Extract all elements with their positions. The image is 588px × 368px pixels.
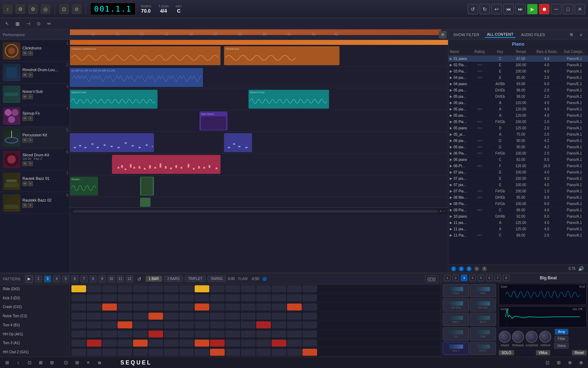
pat-num-5[interactable]: 5 bbox=[62, 275, 69, 282]
browser-row-1[interactable]: 02 Piano LP 100 E... ××× E 100.00 4.0 Pi… bbox=[448, 62, 588, 68]
step-1-0[interactable] bbox=[71, 294, 86, 301]
step-7-0[interactable] bbox=[71, 349, 86, 356]
browser-row-2[interactable]: 03 Piano LP 100 E... ××× E 100.00 4.0 Pi… bbox=[448, 68, 588, 75]
browser-row-14[interactable]: 06 piano 02 ××× G 90.00 4.2 Piano/A.1 bbox=[448, 144, 588, 150]
step-7-14[interactable] bbox=[287, 349, 302, 356]
dot-3[interactable]: 3 bbox=[467, 266, 471, 271]
br-num-6[interactable]: 6 bbox=[486, 275, 492, 281]
env-voice-btn[interactable]: Voice bbox=[554, 343, 569, 349]
track-item-rimshot[interactable]: Rimshot Drum-Lou... M S 2 bbox=[0, 62, 70, 83]
step-3-14[interactable] bbox=[287, 313, 302, 320]
clip-clickdrums-2[interactable]: Clickdrums bbox=[224, 46, 340, 65]
step-1-2[interactable] bbox=[102, 294, 117, 301]
step-5-0[interactable] bbox=[71, 330, 86, 338]
browser-row-16[interactable]: 06 piano C 82.00 8.0 Piano/A.1 bbox=[448, 157, 588, 163]
step-4-15[interactable] bbox=[302, 321, 317, 328]
step-6-13[interactable] bbox=[272, 340, 286, 347]
step-7-6[interactable] bbox=[164, 349, 178, 356]
pat-triplet[interactable]: TRIPLET bbox=[185, 276, 205, 282]
maximize-btn[interactable]: □ bbox=[563, 4, 573, 14]
track-solo-6[interactable]: S bbox=[28, 161, 33, 166]
pat-num-6[interactable]: 6 bbox=[71, 275, 78, 282]
browser-row-26[interactable]: 11 piano 01 A 125.00 4.0 Piano/A.1 bbox=[448, 220, 588, 226]
step-5-6[interactable] bbox=[164, 330, 178, 338]
step-0-11[interactable] bbox=[241, 285, 255, 292]
step-0-10[interactable] bbox=[225, 285, 240, 292]
step-2-7[interactable] bbox=[179, 304, 194, 311]
pad-kick1[interactable]: Kick 1 bbox=[443, 342, 469, 355]
flam-dot[interactable] bbox=[262, 277, 267, 281]
step-2-1[interactable] bbox=[87, 304, 102, 311]
step-0-4[interactable] bbox=[133, 285, 148, 292]
step-5-7[interactable] bbox=[179, 330, 194, 338]
status-icon-r3[interactable]: ⊕ bbox=[566, 359, 574, 367]
pat-loop-icon[interactable]: ↺ bbox=[135, 275, 144, 283]
undo-btn[interactable]: ↩ bbox=[491, 4, 502, 14]
step-3-7[interactable] bbox=[179, 313, 194, 320]
step-0-9[interactable] bbox=[210, 285, 225, 292]
step-3-5[interactable] bbox=[148, 313, 163, 320]
step-2-5[interactable] bbox=[148, 304, 163, 311]
clip-rautek2-1[interactable] bbox=[140, 198, 150, 207]
dot-2[interactable]: 2 bbox=[459, 266, 464, 271]
close-window-btn[interactable]: ✕ bbox=[575, 4, 585, 14]
step-5-1[interactable] bbox=[87, 330, 102, 338]
step-3-13[interactable] bbox=[272, 313, 286, 320]
step-2-0[interactable] bbox=[71, 304, 86, 311]
step-7-13[interactable] bbox=[272, 349, 286, 356]
step-2-8[interactable] bbox=[195, 304, 209, 311]
step-4-8[interactable] bbox=[195, 321, 209, 328]
dot-4[interactable]: 4 bbox=[474, 266, 479, 271]
step-3-12[interactable] bbox=[256, 313, 271, 320]
clip-clickdrums-1[interactable]: Clickdru Clickdrums bbox=[70, 46, 220, 65]
status-icon-5[interactable]: ⊞ bbox=[48, 359, 56, 367]
pat-swing[interactable]: SWING bbox=[208, 276, 226, 282]
status-icon-9[interactable]: ≣ bbox=[95, 359, 104, 367]
step-3-10[interactable] bbox=[225, 313, 240, 320]
br-num-1[interactable]: 1 bbox=[444, 275, 450, 281]
browser-row-25[interactable]: 10 piano G#/Ab 92.00 8.0 Piano/A.1 bbox=[448, 213, 588, 220]
track-solo-5[interactable]: S bbox=[28, 138, 33, 143]
browser-row-12[interactable]: 05_piano A 75.00 2.0 Piano/A.1 bbox=[448, 131, 588, 138]
status-icon-1[interactable]: ⊞ bbox=[3, 359, 11, 367]
status-icon-2[interactable]: ↕ bbox=[14, 359, 22, 367]
step-6-3[interactable] bbox=[118, 340, 132, 347]
arrangement-close[interactable]: ✕ bbox=[439, 31, 447, 39]
vmux-btn[interactable]: VMux bbox=[536, 350, 551, 355]
clip-percussion-1[interactable] bbox=[70, 133, 154, 152]
step-6-15[interactable] bbox=[302, 340, 317, 347]
step-7-11[interactable] bbox=[241, 349, 255, 356]
pad-hh-clsd2[interactable]: HH Clsd bbox=[470, 298, 496, 312]
step-4-11[interactable] bbox=[241, 321, 255, 328]
step-7-2[interactable] bbox=[102, 349, 117, 356]
step-1-6[interactable] bbox=[164, 294, 178, 301]
step-1-15[interactable] bbox=[302, 294, 317, 301]
step-4-0[interactable] bbox=[71, 321, 86, 328]
br-num-5[interactable]: 5 bbox=[478, 275, 484, 281]
step-1-13[interactable] bbox=[272, 294, 286, 301]
step-1-1[interactable] bbox=[87, 294, 102, 301]
browser-tab-all[interactable]: ALL CONTENT bbox=[485, 32, 515, 38]
pad-kick2[interactable]: Kick 2 bbox=[470, 342, 496, 355]
step-0-3[interactable] bbox=[118, 285, 132, 292]
step-7-1[interactable] bbox=[87, 349, 102, 356]
step-7-3[interactable] bbox=[118, 349, 132, 356]
step-5-13[interactable] bbox=[272, 330, 286, 338]
step-5-9[interactable] bbox=[210, 330, 225, 338]
step-0-5[interactable] bbox=[148, 285, 163, 292]
step-5-8[interactable] bbox=[195, 330, 209, 338]
browser-icon-2[interactable]: ≡ bbox=[577, 30, 585, 39]
step-7-8[interactable] bbox=[195, 349, 209, 356]
record-btn[interactable]: ⏺ bbox=[539, 4, 550, 14]
step-6-11[interactable] bbox=[241, 340, 255, 347]
tool-split[interactable]: ⊣ bbox=[24, 20, 32, 28]
pat-num-8[interactable]: 8 bbox=[90, 275, 97, 282]
step-3-0[interactable] bbox=[71, 313, 86, 320]
browser-row-3[interactable]: 04 piano 01 ××× E 85.00 2.0 Piano/A.1 bbox=[448, 75, 588, 81]
step-0-0[interactable] bbox=[71, 285, 86, 292]
browser-icon-1[interactable]: ⊞ bbox=[567, 30, 575, 39]
pad-snr[interactable]: Snr bbox=[443, 327, 469, 341]
browser-row-28[interactable]: 11 Piano LP 089 Cr... ××× C 89.00 2.0 Pi… bbox=[448, 232, 588, 239]
step-4-4[interactable] bbox=[133, 321, 148, 328]
h-scrollbar[interactable] bbox=[73, 210, 438, 213]
